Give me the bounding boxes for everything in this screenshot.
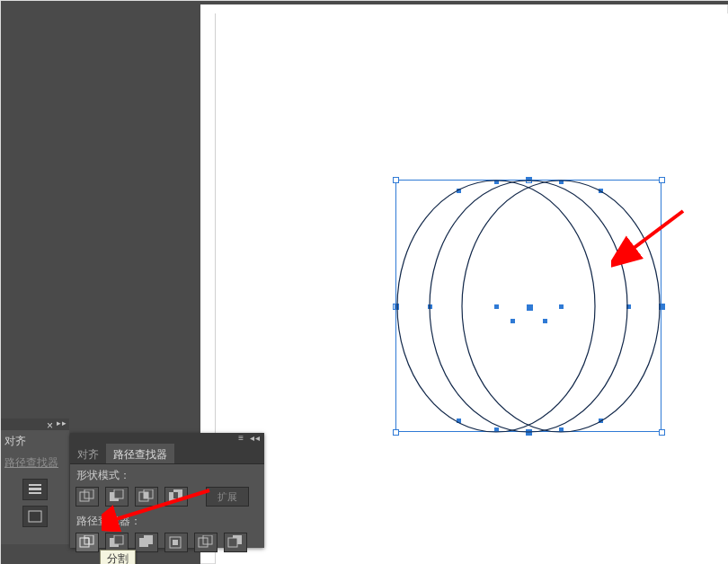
panel-docked: ▸▸ × 对齐 路径查找器 xyxy=(1,419,69,544)
close-icon[interactable]: × xyxy=(47,419,53,432)
svg-line-3 xyxy=(629,211,683,251)
panel-more-icon[interactable]: ≡ xyxy=(238,433,244,443)
docked-tab-pathfinder[interactable]: 路径查找器 xyxy=(1,452,69,473)
svg-point-2 xyxy=(430,181,627,432)
panel-pathfinder: ◂◂ ≡ 对齐 路径查找器 形状模式： 扩展 路径查找器： xyxy=(70,433,264,548)
pathfinder-outline-button[interactable] xyxy=(194,533,218,552)
svg-rect-31 xyxy=(228,538,237,547)
svg-rect-27 xyxy=(173,540,178,545)
docked-icon-stroke[interactable] xyxy=(22,479,48,500)
pathfinder-divide-button[interactable] xyxy=(75,533,99,552)
pathfinder-merge-button[interactable] xyxy=(135,533,158,552)
panel-tabs: 对齐 路径查找器 xyxy=(70,444,264,464)
arrow-annotation-icon xyxy=(102,487,218,532)
svg-rect-4 xyxy=(29,488,41,490)
docked-tab-align[interactable]: 对齐 xyxy=(1,430,69,452)
app-frame: { "panel_small": { "tab_align": "对齐", "t… xyxy=(0,0,728,564)
panel-docked-topbar[interactable]: ▸▸ × xyxy=(1,419,69,430)
arrow-annotation-icon xyxy=(611,202,692,283)
tab-pathfinder[interactable]: 路径查找器 xyxy=(106,444,174,463)
docked-icon-fill[interactable] xyxy=(22,506,48,527)
svg-rect-25 xyxy=(144,535,153,544)
svg-rect-23 xyxy=(114,535,123,544)
tab-align[interactable]: 对齐 xyxy=(70,444,106,463)
pathfinder-crop-button[interactable] xyxy=(164,533,188,552)
svg-point-0 xyxy=(397,181,595,432)
label-shape-modes: 形状模式： xyxy=(70,464,264,485)
svg-rect-7 xyxy=(29,511,41,522)
panel-topbar[interactable]: ◂◂ ≡ xyxy=(70,433,264,444)
svg-line-32 xyxy=(111,490,209,521)
pathfinder-minus-back-button[interactable] xyxy=(224,533,247,552)
svg-rect-6 xyxy=(29,492,41,494)
artboard[interactable] xyxy=(216,13,728,564)
panel-menu-icon[interactable]: ◂◂ xyxy=(250,433,261,443)
tooltip: 分割 xyxy=(100,550,136,564)
shape-unite-button[interactable] xyxy=(75,487,99,507)
collapse-icon[interactable]: ▸▸ xyxy=(57,419,67,427)
shapes-svg xyxy=(216,13,728,564)
svg-rect-5 xyxy=(29,484,41,486)
